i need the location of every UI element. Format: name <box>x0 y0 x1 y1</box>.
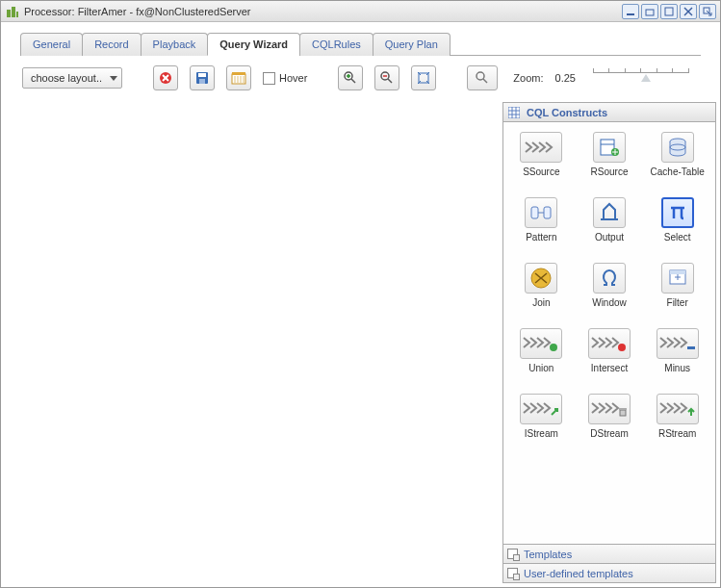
filter-icon <box>661 263 694 294</box>
construct-dstream[interactable]: DStream <box>576 394 644 455</box>
app-icon <box>5 4 20 19</box>
construct-ssource[interactable]: SSource <box>507 132 576 193</box>
save-button[interactable] <box>190 65 215 90</box>
zoom-out-button[interactable] <box>374 65 399 90</box>
delete-button[interactable] <box>153 65 178 90</box>
svg-rect-2 <box>16 12 18 17</box>
svg-rect-4 <box>646 10 654 15</box>
svg-rect-52 <box>619 408 627 410</box>
templates-label: Templates <box>524 549 572 560</box>
tabs: General Record Playback Query Wizard CQL… <box>20 32 701 56</box>
svg-rect-16 <box>232 72 245 75</box>
chevrons-minus-icon <box>657 328 699 359</box>
fit-button[interactable] <box>411 65 436 90</box>
construct-window[interactable]: Window <box>576 263 644 324</box>
templates-icon <box>507 568 518 578</box>
chevrons-icon <box>520 132 562 163</box>
join-icon <box>525 263 557 294</box>
svg-rect-50 <box>687 346 695 349</box>
chevrons-arrow-icon <box>520 394 562 424</box>
window-buttons <box>622 4 716 19</box>
hover-checkbox[interactable] <box>263 72 275 85</box>
svg-rect-31 <box>508 107 520 118</box>
zoom-value: 0.25 <box>555 72 576 84</box>
layout-select[interactable]: choose layout.. <box>22 67 122 89</box>
chevrons-up-icon <box>657 394 699 424</box>
zoom-slider[interactable] <box>593 68 689 88</box>
svg-rect-42 <box>544 207 551 218</box>
hover-label: Hover <box>279 72 307 84</box>
svg-line-22 <box>351 79 355 83</box>
tab-general[interactable]: General <box>20 33 83 56</box>
toolbar: choose layout.. Hover Zoom: <box>1 56 720 98</box>
svg-rect-13 <box>198 73 206 77</box>
layout-select-value: choose layout.. <box>31 72 102 84</box>
chevrons-red-icon <box>588 328 631 359</box>
tab-query-plan[interactable]: Query Plan <box>373 33 451 56</box>
templates-icon <box>507 549 518 559</box>
tab-record[interactable]: Record <box>82 33 141 56</box>
svg-rect-51 <box>620 410 626 416</box>
construct-output[interactable]: Output <box>576 197 644 259</box>
svg-line-30 <box>483 79 487 83</box>
construct-rsource[interactable]: RSource <box>576 132 644 193</box>
calendar-button[interactable] <box>226 65 251 90</box>
side-panel: CQL Constructs SSource RSource Cache-Tab… <box>502 102 716 583</box>
construct-join[interactable]: Join <box>507 263 576 324</box>
chevron-down-icon <box>110 76 117 81</box>
omega-icon <box>593 263 626 294</box>
user-templates-pane[interactable]: User-defined templates <box>503 563 715 582</box>
grid-icon <box>507 106 521 119</box>
svg-rect-47 <box>670 270 685 274</box>
svg-rect-14 <box>199 79 205 84</box>
construct-minus[interactable]: Minus <box>643 328 711 390</box>
constructs-title: CQL Constructs <box>527 107 607 118</box>
hover-toggle[interactable]: Hover <box>263 72 307 85</box>
tabbar: General Record Playback Query Wizard CQL… <box>1 22 720 56</box>
constructs-header[interactable]: CQL Constructs <box>503 103 715 122</box>
pattern-icon <box>525 197 557 228</box>
construct-istream[interactable]: IStream <box>507 394 576 455</box>
window-title: Processor: FilterAmer - fx@NonClusteredS… <box>24 6 251 17</box>
titlebar: Processor: FilterAmer - fx@NonClusteredS… <box>1 1 720 22</box>
db-icon <box>661 132 694 163</box>
restore-down-button[interactable] <box>641 4 658 19</box>
svg-rect-41 <box>531 207 538 218</box>
chevrons-green-icon <box>520 328 562 359</box>
tab-query-wizard[interactable]: Query Wizard <box>207 33 300 56</box>
construct-rstream[interactable]: RStream <box>643 394 711 455</box>
zoom-in-button[interactable] <box>338 65 363 90</box>
close-button[interactable] <box>680 4 697 19</box>
svg-rect-0 <box>7 10 11 17</box>
construct-filter[interactable]: Filter <box>643 263 711 324</box>
tab-playback[interactable]: Playback <box>141 33 209 56</box>
svg-line-26 <box>388 79 392 83</box>
zoom-label: Zoom: <box>513 72 543 84</box>
rsource-icon <box>593 132 626 163</box>
svg-point-49 <box>618 344 626 351</box>
body: CQL Constructs SSource RSource Cache-Tab… <box>1 98 720 587</box>
tab-cqlrules[interactable]: CQLRules <box>299 33 373 56</box>
svg-rect-5 <box>665 8 673 15</box>
svg-point-29 <box>476 72 484 80</box>
canvas-area[interactable] <box>11 102 499 583</box>
minimize-button[interactable] <box>622 4 639 19</box>
app-window: Processor: FilterAmer - fx@NonClusteredS… <box>0 0 721 588</box>
construct-cache-table[interactable]: Cache-Table <box>643 132 711 193</box>
user-templates-label: User-defined templates <box>524 568 633 579</box>
construct-intersect[interactable]: Intersect <box>576 328 644 390</box>
chevrons-trash-icon <box>588 394 631 424</box>
constructs-grid: SSource RSource Cache-Table Pattern Outp… <box>503 122 715 544</box>
pi-icon <box>661 197 694 228</box>
templates-pane[interactable]: Templates <box>503 544 715 563</box>
search-button[interactable] <box>467 65 498 90</box>
detach-button[interactable] <box>699 4 716 19</box>
construct-select[interactable]: Select <box>643 197 711 259</box>
construct-pattern[interactable]: Pattern <box>507 197 576 259</box>
svg-rect-1 <box>12 7 15 17</box>
slider-thumb[interactable] <box>641 74 651 82</box>
maximize-button[interactable] <box>660 4 678 19</box>
construct-union[interactable]: Union <box>507 328 576 390</box>
output-icon <box>593 197 626 228</box>
svg-point-48 <box>550 344 557 351</box>
